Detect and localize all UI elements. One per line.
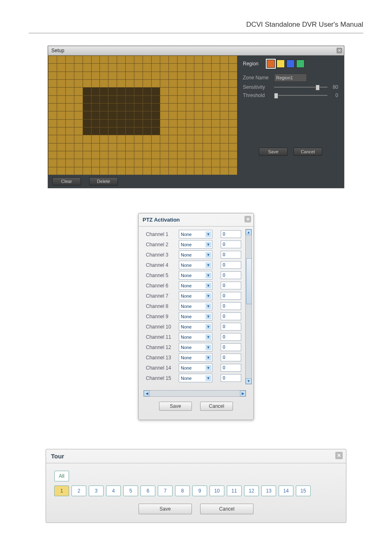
channel-value-input[interactable]: 0 <box>221 354 241 361</box>
grid-cell[interactable] <box>211 103 220 111</box>
grid-cell[interactable] <box>194 167 203 175</box>
tour-channel-button[interactable]: 9 <box>192 486 207 496</box>
grid-cell[interactable] <box>91 143 100 151</box>
grid-cell[interactable] <box>134 56 143 63</box>
grid-cell[interactable] <box>228 151 237 159</box>
grid-cell[interactable] <box>186 127 194 135</box>
grid-cell[interactable] <box>65 63 74 71</box>
grid-cell[interactable] <box>143 95 151 103</box>
grid-cell[interactable] <box>160 103 168 111</box>
grid-cell[interactable] <box>143 72 151 79</box>
grid-cell[interactable] <box>108 127 117 135</box>
grid-cell[interactable] <box>186 151 194 159</box>
grid-cell[interactable] <box>74 135 83 143</box>
grid-cell[interactable] <box>83 72 91 79</box>
grid-cell[interactable] <box>48 167 57 175</box>
channel-mode-select[interactable]: None▼ <box>179 302 212 310</box>
grid-cell[interactable] <box>134 111 143 119</box>
grid-cell[interactable] <box>99 127 108 135</box>
grid-cell[interactable] <box>108 72 117 79</box>
grid-cell[interactable] <box>168 95 177 103</box>
grid-cell[interactable] <box>220 167 228 175</box>
grid-cell[interactable] <box>91 167 100 175</box>
grid-cell[interactable] <box>117 63 125 71</box>
grid-cell[interactable] <box>108 95 117 103</box>
grid-cell[interactable] <box>203 79 211 87</box>
grid-cell[interactable] <box>220 151 228 159</box>
tour-channel-button[interactable]: 2 <box>71 486 86 496</box>
grid-cell[interactable] <box>177 95 186 103</box>
grid-cell[interactable] <box>117 79 125 87</box>
scrollbar-horizontal[interactable]: ◀ ▶ <box>143 390 246 397</box>
grid-cell[interactable] <box>57 103 65 111</box>
grid-cell[interactable] <box>83 167 91 175</box>
grid-cell[interactable] <box>74 87 83 95</box>
grid-cell[interactable] <box>125 159 134 166</box>
grid-cell[interactable] <box>211 95 220 103</box>
scroll-down-icon[interactable]: ▼ <box>246 378 251 384</box>
grid-cell[interactable] <box>186 79 194 87</box>
grid-cell[interactable] <box>99 87 108 95</box>
scroll-thumb[interactable] <box>246 258 252 304</box>
grid-cell[interactable] <box>83 56 91 63</box>
grid-cell[interactable] <box>74 56 83 63</box>
grid-cell[interactable] <box>211 72 220 79</box>
grid-cell[interactable] <box>151 143 160 151</box>
grid-cell[interactable] <box>211 127 220 135</box>
grid-cell[interactable] <box>151 103 160 111</box>
grid-cell[interactable] <box>203 72 211 79</box>
channel-mode-select[interactable]: None▼ <box>179 291 212 300</box>
grid-cell[interactable] <box>117 103 125 111</box>
channel-mode-select[interactable]: None▼ <box>179 281 212 290</box>
grid-cell[interactable] <box>117 56 125 63</box>
grid-cell[interactable] <box>117 151 125 159</box>
grid-cell[interactable] <box>108 159 117 166</box>
ptz-cancel-button[interactable]: Cancel <box>200 402 233 411</box>
grid-cell[interactable] <box>220 135 228 143</box>
grid-cell[interactable] <box>125 72 134 79</box>
grid-cell[interactable] <box>134 143 143 151</box>
grid-cell[interactable] <box>228 143 237 151</box>
grid-cell[interactable] <box>211 63 220 71</box>
threshold-slider[interactable] <box>274 95 327 96</box>
grid-cell[interactable] <box>203 127 211 135</box>
grid-cell[interactable] <box>194 63 203 71</box>
grid-cell[interactable] <box>168 119 177 127</box>
grid-cell[interactable] <box>48 151 57 159</box>
grid-cell[interactable] <box>125 111 134 119</box>
grid-cell[interactable] <box>177 143 186 151</box>
grid-cell[interactable] <box>91 159 100 166</box>
setup-cancel-button[interactable]: Cancel <box>293 148 322 156</box>
grid-cell[interactable] <box>220 159 228 166</box>
grid-cell[interactable] <box>186 135 194 143</box>
tour-channel-button[interactable]: 4 <box>106 486 121 496</box>
scroll-up-icon[interactable]: ▲ <box>246 229 251 235</box>
grid-cell[interactable] <box>134 103 143 111</box>
grid-cell[interactable] <box>177 151 186 159</box>
grid-cell[interactable] <box>194 103 203 111</box>
channel-mode-select[interactable]: None▼ <box>179 271 212 280</box>
grid-cell[interactable] <box>168 111 177 119</box>
grid-cell[interactable] <box>168 151 177 159</box>
grid-cell[interactable] <box>168 79 177 87</box>
grid-cell[interactable] <box>74 95 83 103</box>
grid-cell[interactable] <box>125 127 134 135</box>
channel-mode-select[interactable]: None▼ <box>179 363 212 372</box>
grid-cell[interactable] <box>125 56 134 63</box>
grid-cell[interactable] <box>91 87 100 95</box>
scroll-left-icon[interactable]: ◀ <box>144 391 150 396</box>
channel-mode-select[interactable]: None▼ <box>179 343 212 352</box>
grid-cell[interactable] <box>117 87 125 95</box>
grid-cell[interactable] <box>74 72 83 79</box>
channel-value-input[interactable]: 0 <box>221 261 241 269</box>
grid-cell[interactable] <box>74 167 83 175</box>
grid-cell[interactable] <box>168 127 177 135</box>
grid-cell[interactable] <box>83 103 91 111</box>
grid-cell[interactable] <box>99 135 108 143</box>
grid-cell[interactable] <box>177 56 186 63</box>
channel-mode-select[interactable]: None▼ <box>179 230 212 238</box>
grid-cell[interactable] <box>143 127 151 135</box>
region-swatch[interactable] <box>286 60 295 68</box>
grid-cell[interactable] <box>220 87 228 95</box>
grid-cell[interactable] <box>228 119 237 127</box>
